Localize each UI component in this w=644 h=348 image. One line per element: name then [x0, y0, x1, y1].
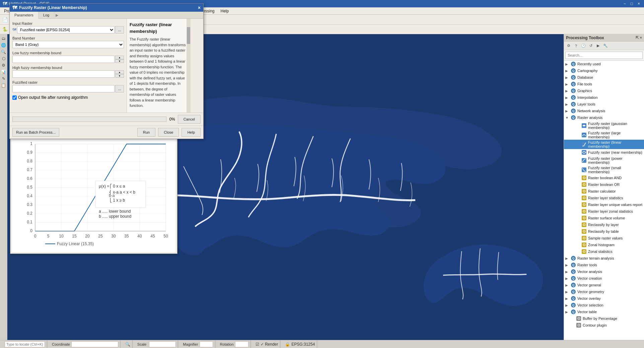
tree-vector-general[interactable]: ▶ Q Vector general	[564, 282, 644, 288]
tree-fuzzify-power[interactable]: ▶ Fuzzify raster (power membership)	[564, 156, 644, 165]
panel-close-btn[interactable]: ×	[640, 36, 642, 40]
render-checkbox[interactable]: ☑	[256, 342, 259, 347]
locate-input[interactable]	[5, 341, 45, 347]
search-input[interactable]	[565, 52, 643, 59]
band-number-select[interactable]: Band 1 (Gray)	[12, 41, 124, 48]
tree-raster-analysis[interactable]: ▼ Q Raster analysis	[564, 114, 644, 121]
tree-vector-selection[interactable]: ▶ Q Vector selection	[564, 302, 644, 308]
tree-file-tools[interactable]: ▶ Q File tools	[564, 81, 644, 87]
low-fuzzy-up-btn[interactable]: ▲	[115, 56, 124, 59]
tree-vector-geometry[interactable]: ▶ Q Vector geometry	[564, 288, 644, 295]
new-project-btn[interactable]: 📄	[1, 16, 9, 23]
panel-run-btn[interactable]: ▶	[595, 43, 601, 49]
help-scrollbar[interactable]	[187, 19, 191, 113]
high-fuzzy-up-btn[interactable]: ▲	[115, 70, 124, 74]
open-output-checkbox[interactable]	[12, 95, 17, 100]
low-fuzzy-input[interactable]: 0,000000	[12, 56, 115, 63]
panel-help-btn[interactable]: ?	[573, 43, 579, 49]
tree-contour-plugin[interactable]: ▶ ⚙ Contour plugin	[564, 322, 644, 329]
magnifier-input[interactable]: 100%	[200, 341, 213, 347]
panel-history-btn[interactable]: 🕐	[580, 43, 587, 49]
tree-fuzzify-large[interactable]: ▶ Fuzzify raster (large membership)	[564, 130, 644, 140]
panel-wrench-btn[interactable]: 🔧	[602, 43, 609, 49]
tree-container[interactable]: ▶ Q Recently used ▶ Q Cartography ▶ Q Da…	[564, 61, 644, 340]
reclassify-layer-icon: ⚙	[581, 222, 587, 227]
tree-raster-terrain[interactable]: ▶ Q Raster terrain analysis	[564, 255, 644, 262]
tab-log[interactable]: Log	[39, 12, 54, 18]
maximize-btn[interactable]: □	[629, 1, 634, 6]
database-label: Database	[577, 75, 593, 79]
low-fuzzy-down-btn[interactable]: ▼	[115, 59, 124, 63]
python-btn[interactable]: 🐍	[1, 26, 9, 33]
tree-zonal-statistics[interactable]: ▶ ⚙ Zonal statistics	[564, 248, 644, 255]
high-fuzzy-input[interactable]: 1,000000	[12, 70, 115, 78]
spatial-icon[interactable]: ⬡	[1, 56, 7, 62]
rotation-input[interactable]: 0,0 °	[235, 341, 248, 347]
run-btn[interactable]: Run	[137, 128, 155, 137]
arrow-vector-creation: ▶	[565, 277, 571, 280]
close-dialog-btn[interactable]: Close	[158, 128, 179, 137]
svg-text:⚙: ⚙	[582, 216, 586, 220]
input-raster-select[interactable]: Fuzzified raster [EPSG:31254]	[17, 26, 115, 33]
tree-raster-surface-vol[interactable]: ▶ ⚙ Raster surface volume	[564, 215, 644, 221]
tree-graphics[interactable]: ▶ Q Graphics	[564, 87, 644, 94]
tree-raster-unique-vals[interactable]: ▶ ⚙ Raster layer unique values report	[564, 201, 644, 208]
fuzzify-near-label: Fuzzify raster (near membership)	[588, 150, 642, 154]
tree-fuzzify-small[interactable]: ▶ Fuzzify raster (small membership)	[564, 165, 644, 175]
dialog-close-btn[interactable]: ×	[198, 5, 201, 10]
tree-zonal-histogram[interactable]: ▶ ⚙ Zonal histogram	[564, 241, 644, 248]
tree-vector-creation[interactable]: ▶ Q Vector creation	[564, 275, 644, 282]
panel-refresh-btn[interactable]: ↺	[587, 43, 594, 49]
open-output-row: Open output file after running algorithm	[12, 95, 124, 100]
tree-vector-table[interactable]: ▶ Q Vector table	[564, 308, 644, 315]
tree-sample-raster[interactable]: ▶ ⚙ Sample raster values	[564, 235, 644, 241]
run-batch-btn[interactable]: Run as Batch Process...	[12, 128, 59, 137]
tree-raster-tools[interactable]: ▶ Q Raster tools	[564, 262, 644, 268]
scale-input[interactable]: 1:1030486	[149, 341, 176, 347]
tab-parameters[interactable]: Parameters	[10, 12, 39, 19]
tree-raster-bool-or[interactable]: ▶ ⚙ Raster boolean OR	[564, 181, 644, 188]
browser-icon[interactable]: 🌐	[1, 42, 7, 48]
tree-reclassify-table[interactable]: ▶ ⚙ Reclassify by table	[564, 228, 644, 235]
tree-network-analysis[interactable]: ▶ Q Network analysis	[564, 108, 644, 114]
fuzzify-large-label: Fuzzify raster (large membership)	[588, 131, 643, 139]
high-fuzzy-down-btn[interactable]: ▼	[115, 74, 124, 78]
tree-raster-zonal-stats[interactable]: ▶ ⚙ Raster layer zonal statistics	[564, 208, 644, 215]
menu-help[interactable]: Help	[218, 8, 232, 14]
tree-vector-overlay[interactable]: ▶ Q Vector overlay	[564, 295, 644, 302]
irfan-window: 🖼 Fuzzify_Linear.PNG - IrfanView − □ × F…	[10, 121, 177, 254]
tree-fuzzify-linear[interactable]: ▶ Fuzzify raster (linear membership)	[564, 140, 644, 149]
tree-reclassify-layer[interactable]: ▶ ⚙ Reclassify by layer	[564, 221, 644, 228]
fuzzified-raster-input[interactable]: [Save to temporary file]	[12, 85, 115, 92]
tree-cartography[interactable]: ▶ Q Cartography	[564, 67, 644, 74]
close-btn[interactable]: ×	[636, 1, 641, 6]
digitize-icon[interactable]: ✎	[1, 76, 7, 82]
results-icon[interactable]: 📋	[1, 82, 7, 88]
processing-icon[interactable]: ⚙	[1, 62, 7, 68]
tree-buffer-percentage[interactable]: ▶ ⚙ Buffer by Percentage	[564, 315, 644, 322]
coordinate-input[interactable]: 208989,306418	[71, 341, 118, 347]
tree-interpolation[interactable]: ▶ Q Interpolation	[564, 94, 644, 101]
tree-layer-tools[interactable]: ▶ Q Layer tools	[564, 101, 644, 108]
search-icon[interactable]: 🔍	[1, 49, 7, 55]
tree-vector-analysis[interactable]: ▶ Q Vector analysis	[564, 268, 644, 275]
epsg-label[interactable]: EPSG:31254	[291, 342, 315, 347]
vector-creation-icon: Q	[571, 276, 576, 281]
tree-recently-used[interactable]: ▶ Q Recently used	[564, 61, 644, 67]
raster-unique-vals-icon: ⚙	[581, 202, 587, 207]
help-dialog-btn[interactable]: Help	[182, 128, 201, 137]
fuzzified-browse-btn[interactable]: …	[115, 85, 124, 92]
minimize-btn[interactable]: −	[622, 1, 627, 6]
panel-settings-btn[interactable]: ⚙	[565, 43, 572, 49]
tree-raster-layer-stats[interactable]: ▶ ⚙ Raster layer statistics	[564, 195, 644, 201]
tree-fuzzify-gaussian[interactable]: ▶ Fuzzify raster (gaussian membership)	[564, 121, 644, 130]
tree-fuzzify-near[interactable]: ▶ Fuzzify raster (near membership)	[564, 149, 644, 156]
input-raster-browse-btn[interactable]: …	[115, 26, 124, 33]
stats-icon[interactable]: 📊	[1, 69, 7, 75]
tree-database[interactable]: ▶ Q Database	[564, 74, 644, 81]
tree-raster-calc[interactable]: ▶ ⚙ Raster calculator	[564, 188, 644, 195]
cancel-btn[interactable]: Cancel	[178, 115, 201, 124]
tree-raster-bool-and[interactable]: ▶ ⚙ Raster boolean AND	[564, 175, 644, 181]
layers-icon[interactable]: 🗂	[1, 36, 7, 42]
panel-float-btn[interactable]: ⇱	[636, 36, 639, 40]
